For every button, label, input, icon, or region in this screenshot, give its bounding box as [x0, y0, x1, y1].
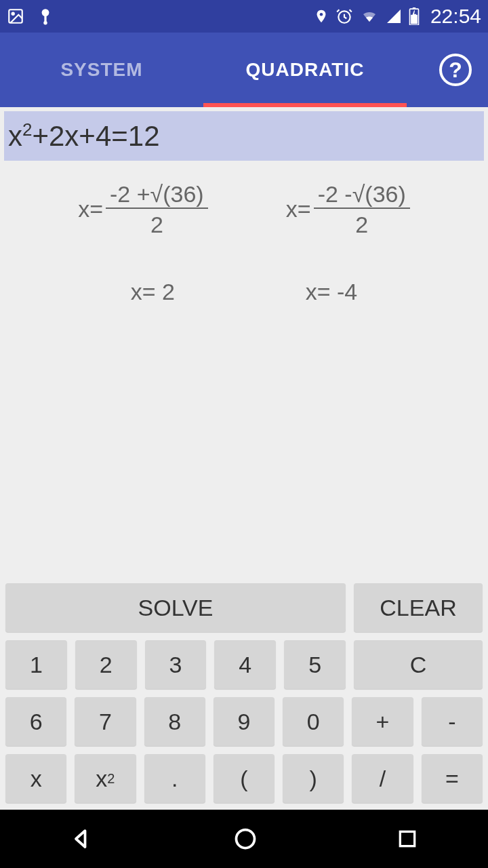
key-1[interactable]: 1	[5, 640, 67, 689]
results-area: x= -2 +√(36) 2 x= -2 -√(36) 2 x= 2 x= -4	[0, 161, 488, 580]
status-bar: 22:54	[0, 0, 488, 33]
key-5[interactable]: 5	[284, 640, 346, 689]
svg-rect-11	[401, 831, 415, 846]
key-2[interactable]: 2	[75, 640, 137, 689]
equation-text-part1: x	[8, 120, 22, 152]
key-0[interactable]: 0	[283, 697, 344, 746]
root-value-1: x= 2	[131, 279, 175, 305]
svg-point-4	[43, 21, 47, 24]
svg-rect-8	[413, 7, 415, 9]
key-equals[interactable]: =	[422, 754, 483, 803]
formula-prefix: x=	[286, 196, 311, 222]
key-7[interactable]: 7	[75, 697, 136, 746]
key-right-paren[interactable]: )	[283, 754, 344, 803]
clear-button[interactable]: CLEAR	[354, 583, 483, 632]
key-3[interactable]: 3	[145, 640, 207, 689]
navigation-bar	[0, 810, 488, 868]
key-minus[interactable]: -	[422, 697, 483, 746]
key-9[interactable]: 9	[214, 697, 274, 746]
image-icon	[7, 7, 24, 25]
root-value-2: x= -4	[306, 279, 358, 305]
svg-point-10	[236, 830, 254, 848]
formula-prefix: x=	[78, 196, 103, 222]
key-x[interactable]: x	[5, 754, 66, 803]
location-icon	[314, 7, 329, 25]
formula-denominator: 2	[355, 209, 368, 238]
home-icon[interactable]	[233, 827, 258, 851]
key-6[interactable]: 6	[5, 697, 66, 746]
key-divide[interactable]: /	[352, 754, 413, 803]
back-icon[interactable]	[70, 827, 94, 851]
wifi-icon	[360, 8, 379, 24]
solve-button[interactable]: SOLVE	[5, 583, 346, 632]
app-bar: SYSTEM QUADRATIC ?	[0, 33, 488, 107]
formula-negative: x= -2 -√(36) 2	[286, 181, 410, 238]
key-left-paren[interactable]: (	[214, 754, 274, 803]
battery-charging-icon	[409, 7, 420, 25]
alarm-icon	[336, 7, 353, 25]
key-c[interactable]: C	[354, 640, 483, 689]
tab-indicator	[203, 103, 407, 107]
key-4[interactable]: 4	[214, 640, 276, 689]
svg-point-5	[320, 13, 323, 16]
key-dot[interactable]: .	[144, 754, 205, 803]
recent-apps-icon[interactable]	[396, 828, 418, 850]
svg-point-1	[12, 13, 14, 15]
key-plus[interactable]: +	[352, 697, 413, 746]
key-x-squared[interactable]: x2	[75, 754, 136, 803]
status-time: 22:54	[430, 5, 481, 28]
help-button[interactable]: ?	[439, 54, 472, 86]
formula-denominator: 2	[150, 209, 163, 238]
keypad: SOLVE CLEAR 1 2 3 4 5 C 6 7 8 9 0 + - x …	[0, 580, 488, 810]
equation-text-part2: +2x+4=12	[32, 120, 159, 152]
tab-quadratic[interactable]: QUADRATIC	[203, 33, 407, 107]
tab-system[interactable]: SYSTEM	[0, 33, 203, 107]
equation-sup: 2	[22, 119, 32, 140]
svg-point-2	[42, 9, 49, 16]
signal-icon	[386, 8, 402, 24]
key-8[interactable]: 8	[144, 697, 205, 746]
formula-numerator: -2 +√(36)	[106, 181, 208, 209]
android-debug-icon	[37, 6, 54, 26]
formula-numerator: -2 -√(36)	[314, 181, 410, 209]
equation-input[interactable]: x2+2x+4=12	[4, 111, 484, 161]
formula-positive: x= -2 +√(36) 2	[78, 181, 208, 238]
